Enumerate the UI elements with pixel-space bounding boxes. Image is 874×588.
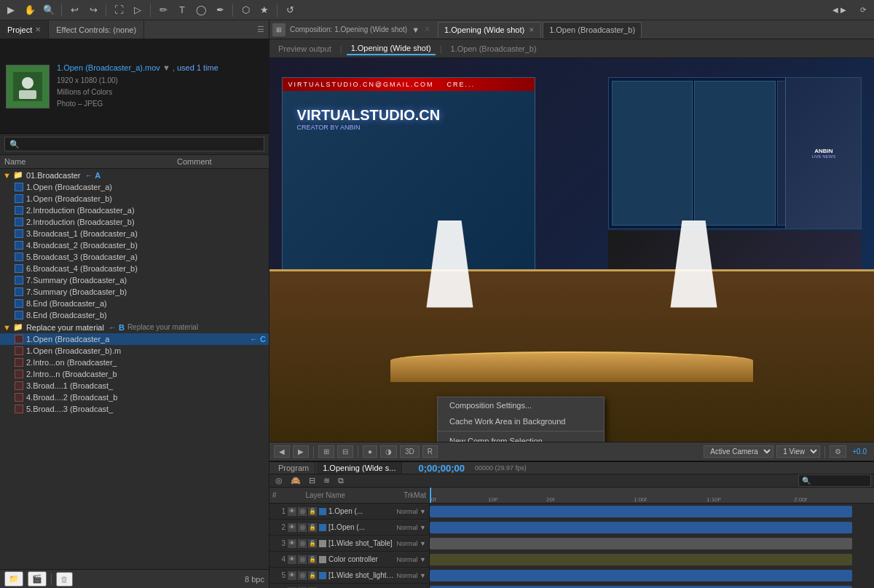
comp-home-btn[interactable]: ⊞	[272, 23, 286, 36]
viewer-alpha-btn[interactable]: ◑	[380, 445, 397, 458]
layer-lock-3[interactable]: 🔒	[308, 539, 317, 548]
layer-eye-1[interactable]: 👁	[288, 507, 296, 516]
file-replace-4broad[interactable]: 4.Broad....2 (Broadcast_b	[0, 392, 269, 403]
layer-lock-5[interactable]: 🔒	[308, 571, 317, 580]
hand-tool[interactable]: ✋	[22, 2, 38, 18]
tl-tab-program[interactable]: Program	[272, 462, 315, 474]
redo-btn[interactable]: ↪	[85, 2, 101, 18]
menu-cache-work-area[interactable]: Cache Work Area in Background	[438, 413, 604, 429]
shape-tool[interactable]: ◯	[193, 2, 209, 18]
preview-output-tab[interactable]: Preview output	[274, 43, 336, 55]
menu-composition-settings[interactable]: Composition Settings...	[438, 397, 604, 413]
comp-tab-opening[interactable]: 1.Opening (Wide shot) ✕	[438, 22, 541, 38]
layer-solo-5[interactable]: ◎	[298, 571, 307, 580]
viewer-zoom-in[interactable]: ▶	[293, 445, 309, 458]
preview-comp-tab[interactable]: 1.Opening (Wide shot)	[347, 42, 436, 55]
file-3broad-a[interactable]: 3.Broadcast_1 (Broadcaster_a)	[0, 228, 269, 239]
delete-btn[interactable]: 🗑	[56, 572, 73, 587]
folder-replace[interactable]: ▼ 📁 Replace your material ← B Replace yo…	[0, 321, 269, 333]
preview-btn[interactable]: ▷	[130, 2, 146, 18]
file-replace-2intro-b[interactable]: 2.Intro...n (Broadcaster_b	[0, 368, 269, 380]
tl-solo-btn[interactable]: ◎	[272, 474, 286, 487]
comp-tab-broadcaster-b[interactable]: 1.Open (Broadcaster_b)	[543, 22, 642, 38]
rotate-tool[interactable]: ↺	[282, 2, 298, 18]
file-8end-a[interactable]: 8.End (Broadcaster_a)	[0, 298, 269, 309]
file-2intro-a[interactable]: 2.Introduction (Broadcaster_a)	[0, 204, 269, 216]
layer-eye-4[interactable]: 👁	[288, 555, 296, 564]
panel-menu-btn[interactable]: ☰	[253, 25, 269, 34]
viewer-prop-btn[interactable]: ⊟	[337, 445, 353, 458]
tl-motion-blur-btn[interactable]: ≋	[320, 474, 333, 487]
viewer-grid-btn[interactable]: ⊞	[318, 445, 334, 458]
file-replace-2intro-a[interactable]: 2.Intro...on (Broadcaster_	[0, 357, 269, 368]
tl-bar-2[interactable]	[430, 522, 852, 533]
file-replace-1open-b[interactable]: 1.Open (Broadcaster_b).m	[0, 345, 269, 357]
brush-tool[interactable]: ✒	[212, 2, 228, 18]
layer-row-1[interactable]: 1 👁 ◎ 🔒 1.Open (... Normal ▼	[269, 504, 429, 520]
file-2intro-b[interactable]: 2.Introduction (Broadcaster_b)	[0, 216, 269, 228]
layer-row-4[interactable]: 4 👁 ◎ 🔒 Color controller Normal ▼	[269, 552, 429, 568]
layer-solo-4[interactable]: ◎	[298, 555, 307, 564]
layer-row-2[interactable]: 2 👁 ◎ 🔒 [1.Open (... Normal ▼	[269, 520, 429, 536]
render-btn[interactable]: ⛶	[111, 2, 127, 18]
layer-eye-3[interactable]: 👁	[288, 539, 296, 548]
file-1open-a[interactable]: 1.Open (Broadcaster_a)	[0, 181, 269, 193]
layer-lock-4[interactable]: 🔒	[308, 555, 317, 564]
viewer-color-btn[interactable]: ●	[363, 445, 377, 458]
viewer-tools-btn[interactable]: ⚙	[830, 445, 846, 458]
file-replace-1open-a[interactable]: 1.Open (Broadcaster_a ← C	[0, 333, 269, 345]
comp-title-arrow[interactable]: ▼	[412, 25, 420, 34]
project-tab[interactable]: Project ✕	[0, 20, 49, 39]
menu-new-comp[interactable]: New Comp from Selection	[438, 433, 604, 442]
anchor-tool[interactable]: ⬡	[237, 2, 253, 18]
viewer-render-btn[interactable]: R	[422, 445, 438, 458]
comp-tab-opening-close[interactable]: ✕	[529, 26, 535, 33]
file-8end-b[interactable]: 8.End (Broadcaster_b)	[0, 309, 269, 321]
tl-collapse-btn[interactable]: ⊟	[306, 474, 318, 487]
tl-search-input[interactable]	[798, 474, 871, 487]
preview-broadcaster-tab[interactable]: 1.Open (Broadcaster_b)	[446, 43, 541, 55]
tl-bar-5[interactable]	[430, 570, 852, 581]
selection-tool[interactable]: ▶	[3, 2, 19, 18]
tl-timecode[interactable]: 0;00;00;00	[412, 463, 471, 474]
new-comp-btn[interactable]: 🎬	[28, 571, 47, 587]
layer-eye-5[interactable]: 👁	[288, 571, 296, 580]
layer-solo-1[interactable]: ◎	[298, 507, 307, 516]
layer-solo-2[interactable]: ◎	[298, 523, 307, 532]
camera-select[interactable]: Active Camera	[704, 445, 773, 458]
project-tab-close[interactable]: ✕	[35, 25, 41, 33]
effect-controls-tab[interactable]: Effect Controls: (none)	[49, 20, 144, 39]
file-7sum-b[interactable]: 7.Summary (Broadcaster_b)	[0, 286, 269, 298]
comp-title-close[interactable]: ✕	[424, 25, 430, 34]
workspace-btn[interactable]: ◀ ▶	[828, 2, 851, 18]
file-1open-b[interactable]: 1.Open (Broadcaster_b)	[0, 193, 269, 204]
tl-bar-1[interactable]	[430, 506, 852, 517]
view-layout-select[interactable]: 1 View	[776, 445, 820, 458]
file-7sum-a[interactable]: 7.Summary (Broadcaster_a)	[0, 274, 269, 286]
layer-row-6[interactable]: 6 👁 ◎ 🔒 [1.Wide shot_Large screen_a] Nor…	[269, 584, 429, 588]
tl-shy-btn[interactable]: 🙈	[288, 474, 304, 487]
file-4broad-b[interactable]: 4.Broadcast_2 (Broadcaster_b)	[0, 239, 269, 251]
text-tool[interactable]: T	[174, 2, 190, 18]
search-input[interactable]	[4, 137, 264, 151]
layer-eye-2[interactable]: 👁	[288, 523, 296, 532]
pen-tool[interactable]: ✏	[155, 2, 171, 18]
layer-solo-3[interactable]: ◎	[298, 539, 307, 548]
viewer-zoom-out[interactable]: ◀	[274, 445, 290, 458]
new-folder-btn[interactable]: 📁	[4, 571, 23, 587]
zoom-tool[interactable]: 🔍	[41, 2, 57, 18]
layer-lock-1[interactable]: 🔒	[308, 507, 317, 516]
tl-tab-comp[interactable]: 1.Opening (Wide s...	[317, 462, 402, 474]
layer-row-3[interactable]: 3 👁 ◎ 🔒 [1.Wide shot_Table] Normal ▼	[269, 536, 429, 552]
file-replace-3broad[interactable]: 3.Broad....1 (Broadcast_	[0, 380, 269, 392]
file-replace-5broad[interactable]: 5.Broad....3 (Broadcast_	[0, 403, 269, 415]
folder-01-broadcaster[interactable]: ▼ 📁 01.Broadcaster ← A	[0, 169, 269, 181]
playhead[interactable]	[430, 488, 431, 503]
tl-bar-4[interactable]	[430, 554, 852, 565]
viewer-3d-btn[interactable]: 3D	[400, 445, 420, 458]
layer-lock-2[interactable]: 🔒	[308, 523, 317, 532]
file-5broad-a[interactable]: 5.Broadcast_3 (Broadcaster_a)	[0, 251, 269, 263]
sync-btn[interactable]: ⟳	[855, 2, 871, 18]
tl-frame-blend-btn[interactable]: ⧉	[335, 474, 347, 487]
file-6broad-b[interactable]: 6.Broadcast_4 (Broadcaster_b)	[0, 263, 269, 274]
